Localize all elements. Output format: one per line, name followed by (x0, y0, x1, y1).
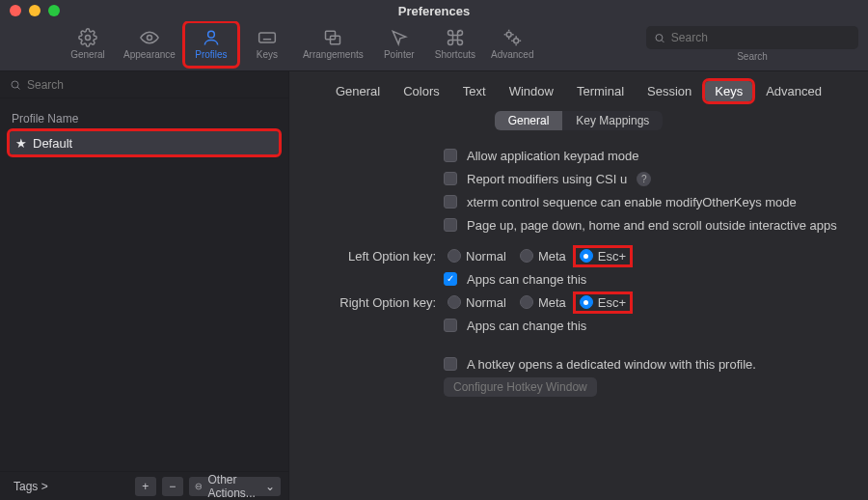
left-option-normal[interactable]: Normal (444, 248, 510, 264)
left-apps-change-checkbox[interactable] (444, 272, 457, 286)
right-pane: General Colors Text Window Terminal Sess… (289, 71, 868, 500)
preferences-window: Preferences General Appearance Profiles … (0, 0, 868, 500)
allow-keypad-label: Allow application keypad mode (467, 149, 639, 163)
left-option-esc[interactable]: Esc+ (576, 248, 630, 264)
keyboard-icon (258, 28, 277, 47)
csi-u-checkbox[interactable] (444, 172, 457, 185)
command-icon (446, 28, 465, 47)
toolbar-item-profiles[interactable]: Profiles (185, 23, 237, 66)
sidebar: Profile Name ★ Default Tags > + − Other … (0, 71, 289, 500)
tab-keys[interactable]: Keys (705, 81, 752, 101)
profile-row-default[interactable]: ★ Default (10, 131, 279, 154)
chevron-down-icon: ⌄ (265, 480, 275, 493)
csi-u-label: Report modifiers using CSI u (467, 172, 627, 186)
left-option-meta[interactable]: Meta (516, 248, 570, 264)
other-actions-dropdown[interactable]: Other Actions... ⌄ (189, 477, 281, 496)
toolbar-search-input[interactable] (671, 31, 851, 44)
toolbar-item-shortcuts[interactable]: Shortcuts (429, 23, 481, 66)
tab-window[interactable]: Window (500, 81, 563, 101)
pageup-checkbox[interactable] (444, 218, 457, 232)
right-apps-change-label: Apps can change this (467, 319, 586, 333)
svg-point-12 (198, 486, 199, 486)
profile-list: Profile Name ★ Default (0, 98, 288, 471)
xterm-label: xterm control sequence can enable modify… (467, 195, 797, 209)
titlebar: Preferences (0, 0, 868, 21)
toolbar-item-keys[interactable]: Keys (241, 23, 293, 66)
keys-form: Allow application keypad mode Report mod… (303, 140, 854, 399)
toolbar-search[interactable] (646, 26, 858, 49)
configure-hotkey-button[interactable]: Configure Hotkey Window (444, 377, 597, 397)
right-option-normal[interactable]: Normal (444, 294, 510, 311)
pageup-label: Page up, page down, home and end scroll … (467, 218, 837, 233)
svg-point-9 (12, 81, 18, 88)
eye-icon (140, 28, 159, 47)
tab-terminal[interactable]: Terminal (567, 81, 634, 101)
profile-list-header: Profile Name (10, 106, 279, 131)
toolbar-item-pointer[interactable]: Pointer (373, 23, 425, 66)
right-option-label: Right Option key: (312, 295, 436, 310)
left-apps-change-label: Apps can change this (467, 272, 586, 287)
toolbar-item-appearance[interactable]: Appearance (118, 23, 181, 66)
hotkey-label: A hotkey opens a dedicated window with t… (467, 357, 756, 372)
search-icon (654, 32, 665, 44)
toolbar-search-wrap: Search (646, 26, 858, 62)
left-option-label: Left Option key: (312, 249, 436, 264)
subtab-key-mappings[interactable]: Key Mappings (562, 111, 663, 130)
windows-icon (323, 28, 342, 47)
gear-icon (78, 28, 97, 47)
left-option-radio-group: Normal Meta Esc+ (444, 248, 845, 264)
add-profile-button[interactable]: + (135, 477, 156, 496)
sidebar-search[interactable] (0, 71, 288, 98)
zoom-window-button[interactable] (48, 5, 60, 16)
hotkey-checkbox[interactable] (444, 357, 457, 371)
search-icon (10, 79, 21, 91)
ellipsis-icon (195, 481, 203, 492)
keys-subtabs: General Key Mappings (303, 111, 854, 130)
minus-icon: − (169, 480, 176, 493)
profile-name: Default (33, 136, 72, 151)
svg-point-2 (208, 31, 215, 38)
allow-keypad-checkbox[interactable] (444, 149, 457, 162)
xterm-checkbox[interactable] (444, 195, 457, 208)
svg-point-6 (506, 32, 511, 37)
toolbar-item-general[interactable]: General (62, 23, 114, 66)
tab-advanced[interactable]: Advanced (756, 81, 831, 101)
cursor-icon (390, 28, 409, 47)
plus-icon: + (142, 480, 149, 493)
right-option-esc[interactable]: Esc+ (576, 294, 630, 311)
svg-point-11 (197, 486, 198, 486)
minimize-window-button[interactable] (29, 5, 41, 16)
window-title: Preferences (0, 4, 868, 18)
sidebar-search-input[interactable] (27, 78, 279, 92)
toolbar-search-label: Search (737, 51, 768, 62)
tags-button[interactable]: Tags > (8, 478, 54, 495)
close-window-button[interactable] (10, 5, 21, 16)
svg-point-0 (86, 36, 91, 41)
tab-session[interactable]: Session (637, 81, 701, 101)
star-icon: ★ (15, 136, 27, 151)
svg-point-7 (514, 39, 519, 43)
gears-icon (502, 28, 522, 47)
svg-point-13 (200, 486, 201, 486)
svg-point-8 (656, 34, 663, 41)
toolbar-item-arrangements[interactable]: Arrangements (297, 23, 369, 66)
remove-profile-button[interactable]: − (162, 477, 183, 496)
profile-tabs: General Colors Text Window Terminal Sess… (303, 77, 854, 105)
window-controls (10, 5, 60, 16)
toolbar: General Appearance Profiles Keys Arrange… (0, 21, 868, 71)
tab-text[interactable]: Text (453, 81, 496, 101)
tab-colors[interactable]: Colors (393, 81, 449, 101)
right-option-meta[interactable]: Meta (516, 294, 570, 311)
svg-rect-3 (259, 33, 276, 42)
subtab-general[interactable]: General (495, 111, 563, 130)
right-apps-change-checkbox[interactable] (444, 319, 457, 332)
sidebar-bottom: Tags > + − Other Actions... ⌄ (0, 471, 288, 500)
person-icon (202, 28, 221, 47)
toolbar-item-advanced[interactable]: Advanced (485, 23, 539, 66)
svg-point-1 (147, 36, 151, 41)
right-option-radio-group: Normal Meta Esc+ (444, 294, 845, 311)
content: Profile Name ★ Default Tags > + − Other … (0, 71, 868, 500)
tab-general[interactable]: General (326, 81, 390, 101)
help-icon[interactable]: ? (637, 172, 651, 186)
